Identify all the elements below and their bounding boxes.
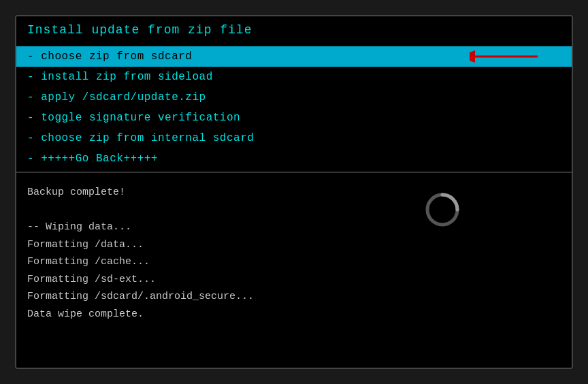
menu-item-go-back[interactable]: - +++++Go Back+++++ [16,148,572,169]
menu-item-label: - toggle signature verification [27,112,240,124]
menu-item-choose-sdcard[interactable]: - choose zip from sdcard [16,46,572,67]
log-line-5: Formatting /sd-ext... [27,271,561,289]
log-line-2: -- Wiping data... [27,219,561,236]
menu-item-install-sideload[interactable]: - install zip from sideload [16,67,572,87]
log-line-0: Backup complete! [27,184,561,202]
log-line-1 [27,202,561,219]
menu-section: - choose zip from sdcard - install zip f… [16,46,572,169]
menu-item-label: - choose zip from sdcard [27,50,192,63]
menu-item-label: - choose zip from internal sdcard [27,132,254,144]
title-section: Install update from zip file [16,16,572,46]
log-line-6: Formatting /sdcard/.android_secure... [27,288,561,306]
loading-spinner [422,189,463,230]
menu-item-apply-sdcard[interactable]: - apply /sdcard/update.zip [16,87,572,108]
menu-item-label: - install zip from sideload [27,71,213,83]
menu-item-choose-internal[interactable]: - choose zip from internal sdcard [16,128,572,148]
screen-title: Install update from zip file [27,23,561,37]
menu-item-label: - +++++Go Back+++++ [27,153,158,165]
section-divider [16,172,572,173]
recovery-screen: Install update from zip file - choose zi… [15,15,573,369]
menu-item-label: - apply /sdcard/update.zip [27,91,206,103]
log-line-4: Formatting /cache... [27,253,561,271]
menu-item-toggle-sig[interactable]: - toggle signature verification [16,108,572,128]
spinner-container [422,189,463,234]
log-section: Backup complete! -- Wiping data... Forma… [16,176,572,368]
log-output: Backup complete! -- Wiping data... Forma… [27,184,561,323]
log-line-7: Data wipe complete. [27,306,561,323]
log-line-3: Formatting /data... [27,236,561,254]
selection-arrow [470,47,544,66]
